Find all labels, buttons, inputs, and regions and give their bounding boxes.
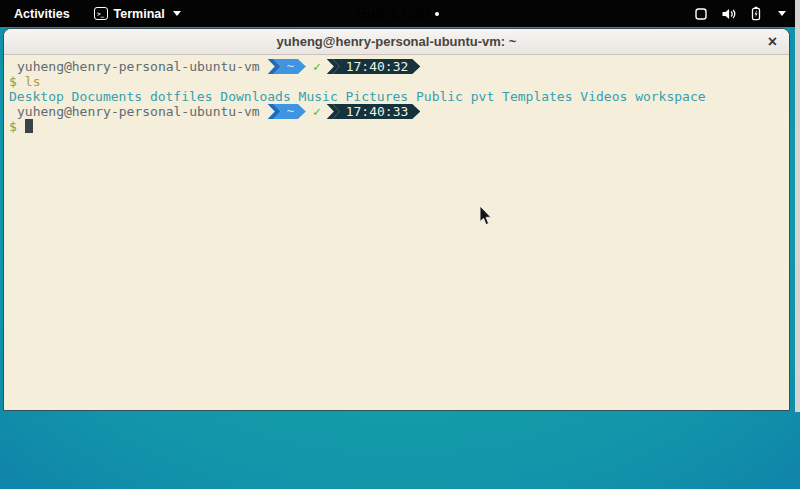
app-menu-label: Terminal [114,7,165,21]
top-bar: Activities >_ Terminal [0,0,795,27]
chevron-down-icon [173,11,181,16]
system-status-area[interactable] [694,6,786,21]
prompt-user: yuheng@henry-personal-ubuntu-vm [9,104,260,119]
ls-output-line: Desktop Documents dotfiles Downloads Mus… [9,89,789,104]
app-menu-button[interactable]: >_ Terminal [94,7,181,21]
system-menu-chevron-icon[interactable] [778,11,786,16]
prompt-time-segment: 17:40:32 [333,59,421,74]
display-icon[interactable] [694,7,708,21]
status-check-icon: ✓ [306,59,327,74]
battery-charging-icon[interactable] [749,6,763,21]
terminal-window: yuheng@henry-personal-ubuntu-vm: ~ × yuh… [3,28,790,411]
close-button[interactable]: × [768,33,777,49]
mouse-pointer-icon [479,206,492,226]
screen-edge-strip [795,0,800,412]
status-check-icon: ✓ [306,104,327,119]
window-title: yuheng@henry-personal-ubuntu-vm: ~ [277,34,517,49]
terminal-screen[interactable]: yuheng@henry-personal-ubuntu-vm ~ ✓ 17:4… [4,55,789,410]
prompt-line-1: yuheng@henry-personal-ubuntu-vm ~ ✓ 17:4… [9,59,789,74]
terminal-app-icon: >_ [94,7,108,20]
prompt-user: yuheng@henry-personal-ubuntu-vm [9,59,260,74]
window-titlebar[interactable]: yuheng@henry-personal-ubuntu-vm: ~ × [4,29,789,55]
prompt-symbol: $ [9,119,17,134]
prompt-line-2: yuheng@henry-personal-ubuntu-vm ~ ✓ 17:4… [9,104,789,119]
volume-icon[interactable] [721,7,736,21]
activities-button[interactable]: Activities [10,5,74,23]
command-text: ls [25,74,41,89]
command-line-2: $ [9,119,789,134]
prompt-time-segment: 17:40:33 [333,104,421,119]
prompt-symbol: $ [9,74,17,89]
command-line-1: $ ls [9,74,789,89]
terminal-cursor [25,119,33,133]
